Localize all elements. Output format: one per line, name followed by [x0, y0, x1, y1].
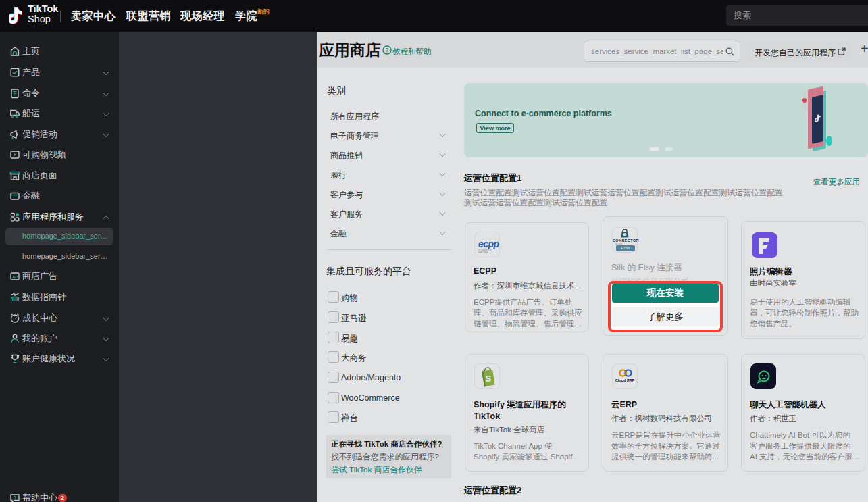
- svg-text:AD: AD: [12, 275, 18, 279]
- svg-text:S: S: [485, 374, 491, 384]
- svg-text:?: ?: [14, 495, 17, 501]
- svg-text:?: ?: [386, 47, 389, 53]
